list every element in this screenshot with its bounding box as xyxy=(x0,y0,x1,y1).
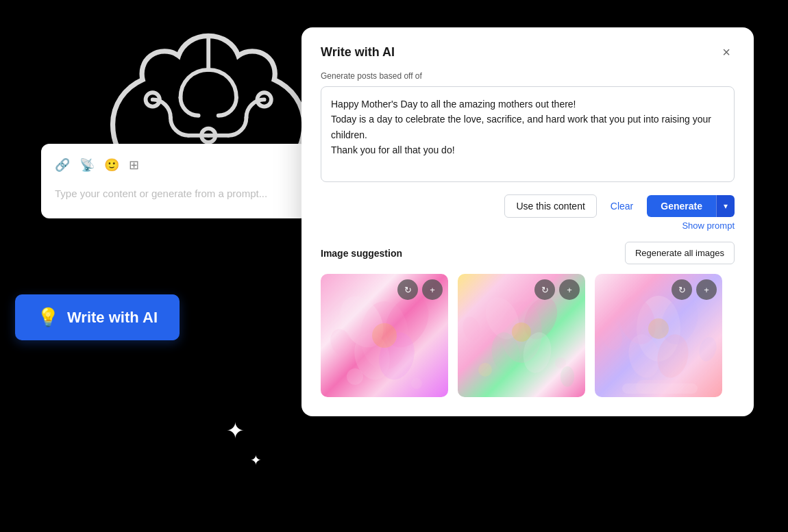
regenerate-all-images-button[interactable]: Regenerate all images xyxy=(625,242,735,264)
image-section-header: Image suggestion Regenerate all images xyxy=(321,242,735,264)
image-2-refresh-button[interactable]: ↻ xyxy=(534,279,555,300)
svg-point-21 xyxy=(561,366,574,387)
image-thumb-2: ↻ + xyxy=(458,274,585,397)
editor-toolbar: 🔗 📡 🙂 ⊞ xyxy=(55,157,295,173)
write-ai-label: Write with AI xyxy=(67,309,158,327)
image-section-title: Image suggestion xyxy=(321,248,402,259)
image-3-add-button[interactable]: + xyxy=(696,279,717,300)
generate-dropdown-button[interactable]: ▾ xyxy=(716,195,735,217)
image-1-actions: ↻ + xyxy=(397,279,443,300)
bulb-icon: 💡 xyxy=(37,307,59,328)
svg-point-18 xyxy=(478,363,492,377)
show-prompt-row: Show prompt xyxy=(321,220,735,231)
svg-rect-29 xyxy=(622,383,698,394)
image-3-actions: ↻ + xyxy=(672,279,717,300)
grid-icon[interactable]: ⊞ xyxy=(129,157,139,173)
write-with-ai-button[interactable]: 💡 Write with AI xyxy=(15,294,180,340)
svg-point-19 xyxy=(555,357,566,368)
emoji-icon[interactable]: 🙂 xyxy=(104,157,119,173)
svg-point-17 xyxy=(512,322,531,342)
image-thumb-1: ↻ + xyxy=(321,274,448,397)
svg-point-31 xyxy=(697,335,719,364)
images-row: ↻ + ↻ + xyxy=(321,274,735,397)
link-icon[interactable]: 🔗 xyxy=(55,157,70,173)
svg-point-20 xyxy=(460,315,482,343)
sparkle-icon-2: ✦ xyxy=(250,452,262,468)
generate-group: Generate ▾ xyxy=(647,195,735,217)
generate-button[interactable]: Generate xyxy=(647,195,716,217)
clear-button[interactable]: Clear xyxy=(604,195,640,217)
image-2-add-button[interactable]: + xyxy=(559,279,580,300)
generate-label: Generate posts based off of xyxy=(321,71,735,81)
svg-point-9 xyxy=(347,368,363,385)
content-textarea[interactable]: Happy Mother's Day to all the amazing mo… xyxy=(321,86,735,182)
editor-placeholder: Type your content or generate from a pro… xyxy=(55,182,295,205)
show-prompt-button[interactable]: Show prompt xyxy=(682,220,735,231)
svg-point-8 xyxy=(372,323,397,348)
svg-point-27 xyxy=(648,318,669,339)
close-button[interactable]: × xyxy=(718,44,735,60)
image-2-actions: ↻ + xyxy=(534,279,580,300)
sparkle-icon-1: ✦ xyxy=(226,418,245,444)
image-thumb-3: ↻ + xyxy=(595,274,722,397)
use-content-button[interactable]: Use this content xyxy=(504,194,596,218)
action-row: Use this content Clear Generate ▾ xyxy=(321,194,735,218)
svg-point-10 xyxy=(411,378,422,389)
image-1-refresh-button[interactable]: ↻ xyxy=(397,279,418,300)
ai-dialog: Write with AI × Generate posts based off… xyxy=(301,27,754,416)
dialog-header: Write with AI × xyxy=(321,44,735,60)
image-1-add-button[interactable]: + xyxy=(422,279,443,300)
image-3-refresh-button[interactable]: ↻ xyxy=(672,279,692,300)
rss-icon[interactable]: 📡 xyxy=(79,157,95,173)
editor-card: 🔗 📡 🙂 ⊞ Type your content or generate fr… xyxy=(41,144,308,218)
dialog-title: Write with AI xyxy=(321,45,395,60)
